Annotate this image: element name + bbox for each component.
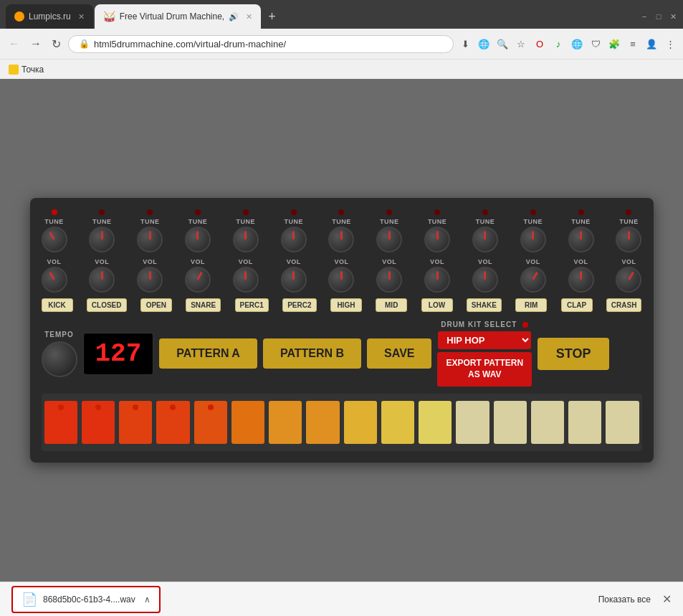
tab-lumpics[interactable]: Lumpics.ru ✕: [6, 4, 93, 29]
profile-icon[interactable]: 👤: [644, 37, 659, 51]
knob-tune-kick[interactable]: [42, 227, 67, 252]
knob-vol-low[interactable]: [424, 267, 450, 293]
step-button-5[interactable]: [194, 401, 227, 444]
step-button-16[interactable]: [606, 401, 639, 444]
knob-vol-shake[interactable]: [472, 267, 498, 293]
back-button[interactable]: ←: [6, 34, 23, 53]
tune-label-crash: TUNE: [619, 218, 639, 225]
knob-vol-closed[interactable]: [89, 267, 115, 293]
step-button-2[interactable]: [82, 401, 115, 444]
tab-drum-machine[interactable]: 🥁 Free Virtual Drum Machine, 🔊 ✕: [95, 4, 262, 29]
bookmark-item[interactable]: Точка: [9, 65, 44, 75]
download-bar-close[interactable]: ✕: [662, 592, 672, 606]
minimize-button[interactable]: −: [640, 12, 649, 21]
step-button-15[interactable]: [568, 401, 601, 444]
step-button-8[interactable]: [306, 401, 339, 444]
knob-tune-mid[interactable]: [376, 227, 402, 252]
knob-tune-open[interactable]: [137, 227, 163, 252]
knob-vol-mid[interactable]: [376, 267, 402, 293]
knob-vol-kick[interactable]: [42, 267, 67, 293]
stop-button[interactable]: STOP: [538, 338, 609, 370]
knob-tune-closed[interactable]: [89, 227, 115, 252]
knob-tune-high[interactable]: [328, 227, 354, 252]
step-button-9[interactable]: [344, 401, 377, 444]
knob-vol-open[interactable]: [137, 267, 163, 293]
step-button-12[interactable]: [456, 401, 489, 444]
star-icon[interactable]: ☆: [514, 37, 528, 51]
shield-icon[interactable]: 🛡: [588, 37, 603, 51]
pattern-b-button[interactable]: PATTERN B: [263, 338, 361, 369]
pattern-a-button[interactable]: PATTERN A: [159, 338, 257, 369]
pad-label-rim[interactable]: RIM: [515, 298, 547, 312]
pad-label-closed[interactable]: CLOSED: [87, 298, 127, 312]
step-button-11[interactable]: [419, 401, 452, 444]
knob-tune-perc1[interactable]: [233, 227, 259, 252]
export-wav-button[interactable]: EXPORT PATTERNAS WAV: [437, 352, 532, 386]
download-icon[interactable]: ⬇: [458, 37, 472, 51]
pad-label-kick[interactable]: KICK: [42, 298, 73, 312]
tab-label-drum: Free Virtual Drum Machine,: [120, 11, 225, 22]
pad-label-high[interactable]: HIGH: [330, 298, 362, 312]
pad-label-low[interactable]: LOW: [421, 298, 453, 312]
knob-vol-perc1[interactable]: [233, 267, 259, 293]
tempo-knob[interactable]: [42, 341, 77, 377]
knob-tune-shake[interactable]: [472, 227, 498, 252]
vol-label-open: VOL: [143, 258, 157, 265]
globe-icon[interactable]: 🌐: [570, 37, 584, 51]
step-button-10[interactable]: [381, 401, 414, 444]
playlist-icon[interactable]: ≡: [626, 37, 640, 51]
vol-label-kick: VOL: [47, 258, 61, 265]
knob-vol-rim[interactable]: [520, 267, 546, 293]
knob-tune-low[interactable]: [424, 227, 450, 252]
step-button-6[interactable]: [231, 401, 264, 444]
knob-vol-crash[interactable]: [616, 267, 641, 293]
save-button[interactable]: SAVE: [367, 338, 431, 369]
drum-kit-select[interactable]: HIP HOP ROCK ELECTRONIC JAZZ: [438, 331, 531, 349]
knob-tune-crash[interactable]: [616, 227, 641, 252]
step-button-3[interactable]: [119, 401, 152, 444]
refresh-button[interactable]: ↻: [49, 34, 64, 54]
step-dot-5: [208, 404, 214, 410]
tune-label-clap: TUNE: [571, 218, 591, 225]
step-button-14[interactable]: [531, 401, 564, 444]
pad-label-crash[interactable]: CRASH: [606, 298, 642, 312]
pad-label-shake[interactable]: SHAKE: [467, 298, 502, 312]
pad-label-mid[interactable]: MID: [376, 298, 407, 312]
tab-close-drum[interactable]: ✕: [246, 12, 252, 22]
knob-tune-clap[interactable]: [568, 227, 594, 252]
step-button-1[interactable]: [44, 401, 77, 444]
opera-icon[interactable]: O: [532, 37, 547, 51]
step-button-7[interactable]: [269, 401, 302, 444]
step-button-13[interactable]: [494, 401, 527, 444]
extensions-icon[interactable]: 🧩: [607, 37, 621, 51]
download-chevron-icon[interactable]: ∧: [144, 594, 151, 605]
zoom-icon[interactable]: 🔍: [495, 37, 510, 51]
download-file-icon: 📄: [22, 592, 37, 607]
forward-button[interactable]: →: [27, 34, 44, 53]
maximize-button[interactable]: □: [654, 12, 663, 21]
pad-label-open[interactable]: OPEN: [140, 298, 172, 312]
pad-label-clap[interactable]: CLAP: [561, 298, 593, 312]
pad-label-snare[interactable]: SNARE: [186, 298, 221, 312]
tune-label-snare: TUNE: [188, 218, 208, 225]
vol-label-perc1: VOL: [239, 258, 253, 265]
translate-icon[interactable]: 🌐: [477, 37, 491, 51]
pad-label-perc1[interactable]: PERC1: [235, 298, 269, 312]
close-button[interactable]: ✕: [669, 12, 677, 21]
knob-vol-perc2[interactable]: [281, 267, 307, 293]
tab-close-lumpics[interactable]: ✕: [78, 12, 85, 22]
knob-vol-snare[interactable]: [185, 267, 211, 293]
show-all-button[interactable]: Показать все: [593, 592, 656, 607]
knob-tune-rim[interactable]: [520, 227, 546, 252]
knob-tune-snare[interactable]: [185, 227, 211, 252]
vol-label-shake: VOL: [478, 258, 492, 265]
pad-label-perc2[interactable]: PERC2: [282, 298, 316, 312]
knob-vol-clap[interactable]: [568, 267, 594, 293]
knob-vol-high[interactable]: [328, 267, 354, 293]
address-bar[interactable]: 🔒 html5drummachine.com/virtual-drum-mach…: [68, 35, 454, 53]
menu-icon[interactable]: ⋮: [663, 37, 677, 51]
step-button-4[interactable]: [156, 401, 189, 444]
music-icon[interactable]: ♪: [551, 37, 565, 51]
knob-tune-perc2[interactable]: [281, 227, 307, 252]
new-tab-button[interactable]: +: [262, 6, 282, 27]
